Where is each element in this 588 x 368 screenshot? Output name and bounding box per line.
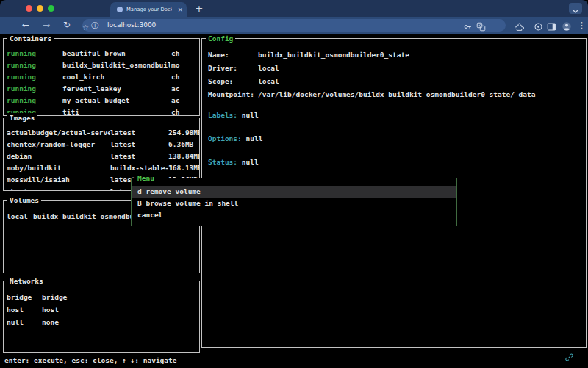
- tab-title: Manage your Docker fleet wi: [126, 5, 172, 14]
- network-row[interactable]: bridge bridge: [4, 292, 199, 303]
- image-row[interactable]: moby/buildkit buildx-stable-1 168.13MB: [4, 162, 199, 174]
- browser-toolbar: ← → ↻ ⓘ localhost:3000 ☆ ⋮: [0, 17, 588, 34]
- browser-tab[interactable]: Manage your Docker fleet wi ×: [110, 2, 187, 17]
- image-row[interactable]: chentex/random-logger latest 6.36MB: [4, 139, 199, 151]
- container-row[interactable]: running beautiful_brown ch: [4, 48, 199, 59]
- panel-networks: Networks bridge bridge host host null no…: [3, 281, 200, 353]
- back-button[interactable]: ←: [22, 19, 29, 32]
- url-text[interactable]: localhost:3000: [107, 21, 156, 29]
- extensions-puzzle-icon[interactable]: [514, 21, 525, 31]
- profile-avatar-icon[interactable]: [562, 21, 572, 31]
- menu-popup: Menu d remove volume B browse volume in …: [131, 178, 457, 226]
- container-row[interactable]: running buildx_buildkit_osmondbuilder0 m…: [4, 59, 199, 71]
- image-row[interactable]: debian latest 138.84MB: [4, 151, 199, 162]
- connection-link-icon: [564, 353, 575, 363]
- config-field: Labels: null: [208, 109, 259, 121]
- image-row[interactable]: actualbudget/actual-server latest 254.98…: [4, 127, 199, 139]
- menu-item-browse-volume[interactable]: B browse volume in shell: [132, 198, 456, 209]
- config-field: Scope: local: [202, 76, 586, 87]
- config-field: Name: buildx_buildkit_osmondbuilder0_sta…: [202, 49, 586, 61]
- docker-tui: Containers running beautiful_brown ch ru…: [0, 34, 588, 368]
- config-field: Mountpoint: /var/lib/docker/volumes/buil…: [202, 89, 586, 101]
- config-field: Driver: local: [202, 62, 586, 74]
- forward-button[interactable]: →: [43, 19, 50, 32]
- site-info-icon[interactable]: ⓘ: [91, 21, 98, 30]
- config-field: Status: null: [208, 156, 259, 168]
- tab-search-chevron-icon[interactable]: [569, 3, 582, 14]
- extension-icon[interactable]: [534, 21, 544, 31]
- translate-icon[interactable]: [476, 21, 487, 30]
- side-panel-icon[interactable]: [547, 21, 557, 31]
- network-row[interactable]: null none: [4, 317, 199, 328]
- tab-strip: Manage your Docker fleet wi × +: [0, 0, 588, 17]
- container-row[interactable]: running my_actual_budget ac: [4, 95, 199, 107]
- keybind-status-bar: enter: execute, esc: close, ↑ ↓: navigat…: [4, 355, 177, 367]
- url-bar[interactable]: ⓘ localhost:3000 ☆: [82, 19, 506, 32]
- window-zoom-button[interactable]: [48, 5, 54, 12]
- toolbar-divider: [528, 21, 528, 29]
- panel-containers: Containers running beautiful_brown ch ru…: [3, 38, 200, 116]
- container-row[interactable]: running fervent_leakey ac: [4, 83, 199, 95]
- new-tab-button[interactable]: +: [193, 2, 206, 15]
- reload-button[interactable]: ↻: [63, 19, 71, 32]
- menu-title: Menu: [135, 173, 157, 183]
- tab-close-icon[interactable]: ×: [177, 5, 183, 14]
- password-key-icon[interactable]: [463, 21, 473, 30]
- menu-item-cancel[interactable]: cancel: [132, 209, 456, 221]
- tab-favicon-icon: [117, 7, 123, 12]
- window-minimize-button[interactable]: [37, 5, 43, 12]
- browser-window: Manage your Docker fleet wi × + ← → ↻ ⓘ …: [0, 0, 588, 368]
- network-row[interactable]: host host: [4, 304, 199, 316]
- container-row[interactable]: running cool_kirch ch: [4, 71, 199, 83]
- menu-item-remove-volume[interactable]: d remove volume: [132, 186, 456, 198]
- window-close-button[interactable]: [26, 5, 32, 12]
- bookmark-star-icon[interactable]: ☆: [82, 24, 89, 32]
- config-field: Options: null: [208, 133, 262, 145]
- browser-menu-kebab-icon[interactable]: ⋮: [578, 20, 586, 31]
